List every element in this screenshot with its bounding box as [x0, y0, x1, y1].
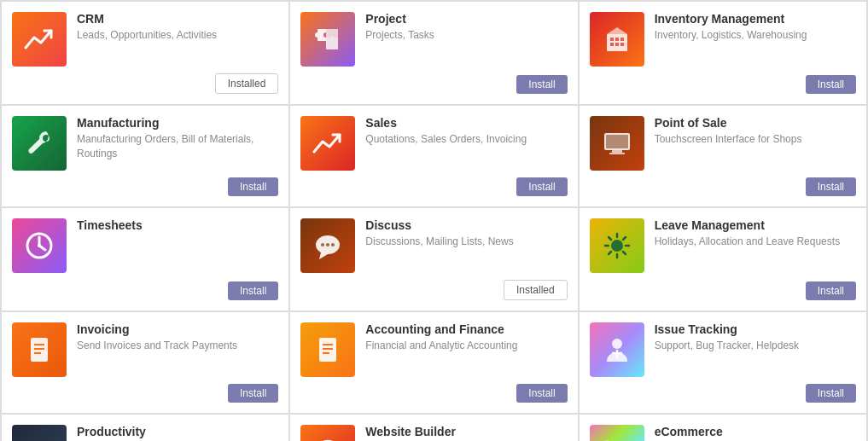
card-pos: Point of Sale Touchscreen Interface for … — [579, 105, 867, 207]
card-footer-discuss: Installed — [300, 280, 567, 300]
svg-point-18 — [321, 243, 324, 247]
card-content-project: Project Projects, Tasks — [365, 12, 567, 43]
card-content-sales: Sales Quotations, Sales Orders, Invoicin… — [365, 116, 567, 147]
card-top-discuss: Discuss Discussions, Mailing Lists, News — [300, 218, 567, 273]
card-leave: Leave Management Holidays, Allocation an… — [579, 207, 867, 311]
card-title-crm: CRM — [77, 12, 278, 26]
card-title-pos: Point of Sale — [655, 116, 856, 130]
card-footer-crm: Installed — [12, 73, 278, 94]
card-ecommerce: eCommerce Sell Your Products Online Inst… — [579, 414, 867, 441]
card-icon-project — [300, 12, 355, 67]
card-footer-project: Install — [300, 75, 567, 94]
card-website: Website Builder Build Your Enterprise We… — [289, 414, 578, 441]
svg-marker-7 — [607, 27, 627, 34]
card-content-manufacturing: Manufacturing Manufacturing Orders, Bill… — [77, 116, 278, 161]
svg-line-29 — [609, 252, 611, 254]
card-icon-discuss — [300, 218, 355, 273]
card-desc-accounting: Financial and Analytic Accounting — [365, 339, 567, 353]
card-desc-project: Projects, Tasks — [365, 28, 567, 43]
card-title-website: Website Builder — [365, 425, 567, 438]
card-footer-accounting: Install — [300, 384, 567, 403]
card-footer-timesheets: Install — [12, 281, 278, 300]
card-title-project: Project — [365, 12, 567, 26]
card-footer-pos: Install — [590, 177, 856, 196]
card-desc-inventory: Inventory, Logistics, Warehousing — [655, 28, 856, 43]
card-title-inventory: Inventory Management — [655, 12, 856, 26]
card-title-manufacturing: Manufacturing — [77, 116, 278, 130]
card-icon-website — [300, 425, 355, 441]
card-icon-crm — [12, 12, 67, 67]
card-title-accounting: Accounting and Finance — [365, 322, 567, 336]
card-invoicing: Invoicing Send Invoices and Track Paymen… — [1, 311, 289, 414]
card-top-project: Project Projects, Tasks — [300, 12, 567, 68]
card-desc-discuss: Discussions, Mailing Lists, News — [365, 235, 567, 249]
card-icon-leave — [590, 218, 644, 273]
card-desc-crm: Leads, Opportunities, Activities — [77, 28, 278, 43]
card-top-website: Website Builder Build Your Enterprise We… — [300, 425, 567, 441]
card-title-leave: Leave Management — [655, 218, 856, 232]
card-accounting: Accounting and Finance Financial and Ana… — [289, 311, 578, 414]
card-title-productivity: Productivity — [77, 425, 278, 438]
svg-point-21 — [611, 240, 623, 252]
card-content-ecommerce: eCommerce Sell Your Products Online — [655, 425, 856, 441]
svg-point-19 — [326, 243, 329, 247]
card-desc-invoicing: Send Invoices and Track Payments — [77, 339, 278, 353]
installed-button-crm[interactable]: Installed — [215, 73, 279, 94]
card-icon-ecommerce — [590, 425, 644, 441]
card-title-discuss: Discuss — [365, 218, 567, 232]
install-button-sales[interactable]: Install — [516, 177, 567, 196]
card-icon-issue — [590, 322, 644, 377]
svg-rect-10 — [612, 150, 622, 153]
card-inventory: Inventory Management Inventory, Logistic… — [579, 1, 867, 105]
install-button-inventory[interactable]: Install — [806, 75, 856, 94]
card-icon-accounting — [300, 322, 355, 377]
card-footer-issue: Install — [590, 384, 856, 403]
install-button-leave[interactable]: Install — [806, 281, 856, 300]
card-desc-sales: Quotations, Sales Orders, Invoicing — [365, 132, 567, 147]
svg-line-27 — [623, 252, 626, 254]
card-title-ecommerce: eCommerce — [655, 425, 856, 438]
svg-rect-2 — [615, 38, 619, 41]
card-title-invoicing: Invoicing — [77, 322, 278, 336]
app-grid: CRM Leads, Opportunities, Activities Ins… — [0, 0, 868, 441]
card-content-leave: Leave Management Holidays, Allocation an… — [655, 218, 856, 249]
install-button-manufacturing[interactable]: Install — [228, 177, 278, 196]
installed-button-discuss[interactable]: Installed — [504, 280, 568, 300]
card-top-productivity: Productivity Sticky notes, Collaborative… — [12, 425, 278, 441]
card-top-crm: CRM Leads, Opportunities, Activities — [12, 12, 278, 67]
install-button-project[interactable]: Install — [516, 75, 567, 94]
card-top-manufacturing: Manufacturing Manufacturing Orders, Bill… — [12, 116, 278, 171]
svg-rect-5 — [615, 43, 619, 46]
svg-point-20 — [331, 243, 335, 247]
card-footer-invoicing: Install — [12, 384, 278, 403]
card-content-productivity: Productivity Sticky notes, Collaborative… — [77, 425, 278, 441]
svg-line-28 — [623, 237, 626, 240]
card-icon-sales — [300, 116, 355, 171]
svg-rect-1 — [610, 38, 614, 41]
svg-rect-11 — [609, 153, 625, 154]
card-timesheets: Timesheets Install — [1, 207, 289, 311]
card-crm: CRM Leads, Opportunities, Activities Ins… — [1, 1, 289, 105]
card-top-pos: Point of Sale Touchscreen Interface for … — [590, 116, 856, 171]
svg-rect-6 — [620, 43, 624, 46]
card-content-issue: Issue Tracking Support, Bug Tracker, Hel… — [655, 322, 856, 353]
card-icon-manufacturing — [12, 116, 67, 171]
card-top-leave: Leave Management Holidays, Allocation an… — [590, 218, 856, 275]
card-productivity: Productivity Sticky notes, Collaborative… — [1, 414, 289, 441]
card-top-invoicing: Invoicing Send Invoices and Track Paymen… — [12, 322, 278, 377]
card-desc-pos: Touchscreen Interface for Shops — [655, 132, 856, 147]
card-top-inventory: Inventory Management Inventory, Logistic… — [590, 12, 856, 68]
install-button-invoicing[interactable]: Install — [228, 384, 278, 403]
card-project: Project Projects, Tasks Install — [289, 1, 578, 105]
svg-point-15 — [38, 244, 41, 247]
card-content-accounting: Accounting and Finance Financial and Ana… — [365, 322, 567, 353]
install-button-issue[interactable]: Install — [806, 384, 856, 403]
card-issue: Issue Tracking Support, Bug Tracker, Hel… — [579, 311, 867, 414]
install-button-timesheets[interactable]: Install — [228, 281, 278, 300]
install-button-accounting[interactable]: Install — [516, 384, 567, 403]
install-button-pos[interactable]: Install — [806, 177, 856, 196]
card-footer-inventory: Install — [590, 75, 856, 94]
svg-rect-9 — [606, 135, 628, 148]
card-discuss: Discuss Discussions, Mailing Lists, News… — [289, 207, 578, 311]
card-content-pos: Point of Sale Touchscreen Interface for … — [655, 116, 856, 147]
